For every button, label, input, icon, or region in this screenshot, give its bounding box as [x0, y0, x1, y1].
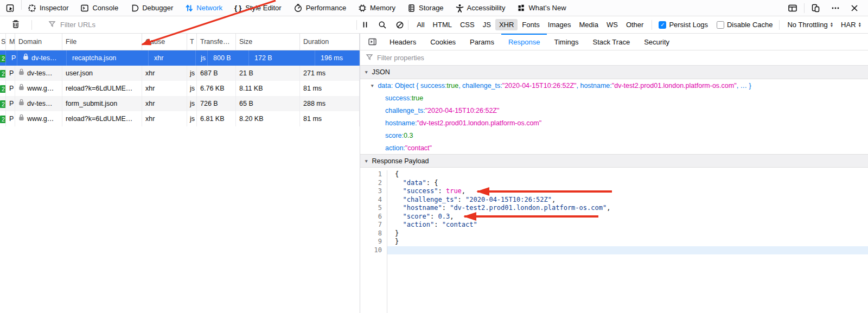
column-header-size[interactable]: Size: [236, 34, 300, 50]
tab-style-editor[interactable]: { }Style Editor: [228, 0, 288, 16]
filter-properties-input[interactable]: [377, 54, 863, 62]
filter-pill-images[interactable]: Images: [544, 19, 575, 30]
column-header-status[interactable]: S: [0, 34, 6, 50]
request-row-reload-k-6LdULME-[interactable]: 2Pwww.g…reload?k=6LdULME…xhrjs6.76 KB8.1…: [0, 81, 360, 96]
stepper-icon: ▲▼: [858, 22, 861, 27]
method-cell: P: [6, 111, 15, 126]
filter-pill-xhr[interactable]: XHR: [495, 19, 518, 30]
node-picker-button[interactable]: [0, 0, 21, 16]
whats-new-icon: [517, 4, 525, 12]
filter-pill-other[interactable]: Other: [622, 19, 648, 30]
sidebar-toggle-button[interactable]: [360, 34, 382, 50]
tab-label: Storage: [419, 4, 444, 12]
json-tree-row-0[interactable]: ▼data: Object { success: true, challenge…: [360, 79, 868, 92]
filter-pill-all[interactable]: All: [413, 19, 428, 30]
tab-inspector[interactable]: Inspector: [22, 0, 74, 16]
filter-pill-fonts[interactable]: Fonts: [518, 19, 544, 30]
tab-what-s-new[interactable]: What’s New: [511, 0, 572, 16]
disable-cache-checkbox[interactable]: [717, 21, 724, 29]
column-header-transfer[interactable]: Transfe…: [197, 34, 236, 50]
filter-urls-input[interactable]: [60, 21, 356, 29]
json-tree-row-3[interactable]: hostname: "dv-test2.prod01.london.platfo…: [360, 117, 868, 129]
detail-tab-headers[interactable]: Headers: [382, 34, 423, 50]
tab-debugger[interactable]: Debugger: [124, 0, 179, 16]
detail-tab-list: HeadersCookiesParamsResponseTimingsStack…: [382, 34, 676, 50]
har-select[interactable]: HAR ▲▼: [841, 21, 861, 29]
line-number: 3: [360, 187, 382, 196]
response-payload-section-header[interactable]: ▼ Response Payload: [360, 154, 868, 168]
filter-pill-css[interactable]: CSS: [456, 19, 478, 30]
request-type-filters: AllHTMLCSSJSXHRFontsImagesMediaWSOther: [409, 19, 652, 30]
disable-cache-toggle[interactable]: Disable Cache: [717, 21, 773, 29]
pause-recording-button[interactable]: [357, 18, 373, 32]
duration-cell: 288 ms: [300, 96, 360, 111]
tree-text: , … }: [737, 82, 751, 90]
persist-logs-checkbox[interactable]: ✓: [659, 21, 666, 29]
tab-label: Inspector: [40, 4, 68, 12]
tab-memory[interactable]: Memory: [352, 0, 401, 16]
filter-pill-js[interactable]: JS: [479, 19, 495, 30]
request-table-header: SMDomainFileCauseTTransfe…SizeDuration: [0, 34, 360, 50]
tab-console[interactable]: Console: [74, 0, 124, 16]
tab-label: Style Editor: [245, 4, 281, 12]
tab-storage[interactable]: Storage: [401, 0, 450, 16]
close-devtools-button[interactable]: [846, 0, 863, 16]
request-row-recaptcha.json[interactable]: 2Pdv-tes…recaptcha.jsonxhrjs800 B172 B19…: [0, 50, 360, 66]
tree-text: , challenge_ts:: [458, 82, 502, 90]
request-row-reload-k-6LdULME-[interactable]: 2Pwww.g…reload?k=6LdULME…xhrjs6.81 KB8.2…: [0, 111, 360, 126]
json-tree-row-4[interactable]: score: 0.3: [360, 129, 868, 142]
persist-logs-toggle[interactable]: ✓ Persist Logs: [659, 21, 708, 29]
filter-pill-html[interactable]: HTML: [429, 19, 456, 30]
response-payload-editor[interactable]: 12345678910 { "data": { "success": true,…: [360, 168, 868, 313]
tree-text: success:: [385, 94, 412, 102]
column-header-duration[interactable]: Duration: [300, 34, 360, 50]
json-tree-row-5[interactable]: action: "contact": [360, 142, 868, 154]
block-request-button[interactable]: [392, 18, 408, 32]
domain-cell: www.g…: [15, 111, 62, 126]
transferred-cell: 800 B: [210, 50, 249, 66]
responsive-design-button[interactable]: [807, 0, 825, 16]
toolbox-tabs: InspectorConsoleDebuggerNetwork{ }Style …: [22, 0, 572, 16]
type-cell: js: [187, 66, 197, 81]
column-header-method[interactable]: M: [6, 34, 15, 50]
json-tree-row-2[interactable]: challenge_ts: "2020-04-15T10:26:52Z": [360, 104, 868, 117]
tab-accessibility[interactable]: Accessibility: [450, 0, 512, 16]
code-line-8: }: [387, 229, 868, 238]
persist-logs-label: Persist Logs: [669, 21, 708, 29]
json-tree-row-1[interactable]: success: true: [360, 92, 868, 104]
detail-tab-response[interactable]: Response: [501, 34, 547, 50]
code-line-5: "hostname": "dv-test2.prod01.london.plat…: [387, 204, 868, 213]
detail-tab-stack-trace[interactable]: Stack Trace: [585, 34, 637, 50]
dock-to-side-button[interactable]: [783, 0, 802, 16]
throttling-controls: No Throttling ▲▼ HAR ▲▼: [780, 21, 868, 29]
request-row-user.json[interactable]: 2Pdv-tes…user.jsonxhrjs687 B21 B271 ms: [0, 66, 360, 81]
duration-cell: 196 ms: [317, 50, 360, 66]
json-section-header[interactable]: ▼ JSON: [360, 66, 868, 79]
filter-pill-ws[interactable]: WS: [603, 19, 622, 30]
column-header-domain[interactable]: Domain: [15, 34, 62, 50]
expand-triangle-icon[interactable]: ▼: [370, 83, 374, 88]
detail-tab-cookies[interactable]: Cookies: [423, 34, 463, 50]
meatball-menu-button[interactable]: [827, 0, 844, 16]
clear-requests-button[interactable]: [0, 20, 31, 30]
network-action-icons: [357, 18, 408, 32]
throttling-select[interactable]: No Throttling ▲▼: [787, 21, 833, 29]
tab-network[interactable]: Network: [179, 0, 228, 16]
tree-text: , hostname:: [576, 82, 611, 90]
tab-label: Performance: [306, 4, 346, 12]
request-row-form_submit.json[interactable]: 2Pdv-tes…form_submit.jsonxhrjs726 B65 B2…: [0, 96, 360, 111]
cause-cell: xhr: [142, 111, 187, 126]
network-options: ✓ Persist Logs Disable Cache: [652, 21, 779, 29]
detail-tab-security[interactable]: Security: [637, 34, 676, 50]
duration-cell: 81 ms: [300, 81, 360, 96]
code-line-4: "challenge_ts": "2020-04-15T10:26:52Z",: [387, 196, 868, 205]
file-cell: user.json: [62, 66, 142, 81]
detail-tab-timings[interactable]: Timings: [547, 34, 585, 50]
column-header-file[interactable]: File: [62, 34, 142, 50]
column-header-type[interactable]: T: [187, 34, 197, 50]
search-button[interactable]: [374, 18, 391, 32]
column-header-cause[interactable]: Cause: [142, 34, 187, 50]
filter-pill-media[interactable]: Media: [576, 19, 602, 30]
detail-tab-params[interactable]: Params: [463, 34, 501, 50]
tab-performance[interactable]: Performance: [288, 0, 352, 16]
